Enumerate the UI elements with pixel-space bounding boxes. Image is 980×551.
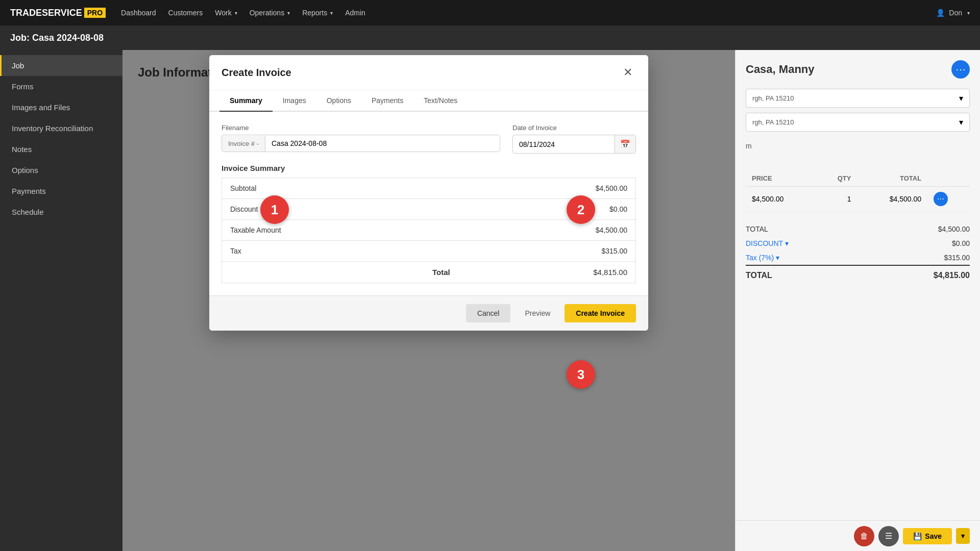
form-row-filename-date: Filename Invoice # - Date of Invoice 📅 (222, 124, 636, 154)
address-1-chevron: ▾ (959, 93, 963, 103)
total-value: $4,815.00 (458, 262, 636, 283)
right-panel: Casa, Manny ⋯ rgh, PA 15210 ▾ rgh, PA 15… (735, 50, 980, 551)
sidebar-item-forms[interactable]: Forms (0, 76, 122, 97)
totals-final-value: $4,815.00 (934, 271, 970, 280)
preview-button[interactable]: Preview (517, 304, 558, 322)
job-bar: Job: Casa 2024-08-08 (0, 26, 980, 50)
totals-discount-label: DISCOUNT ▾ (746, 239, 789, 247)
brand-logo[interactable]: TRADE SERVICE PRO (10, 8, 106, 18)
nav-reports[interactable]: Reports ▾ (302, 9, 333, 17)
nav-links: Dashboard Customers Work ▾ Operations ▾ … (121, 9, 365, 17)
list-button[interactable]: ☰ (878, 526, 899, 546)
taxable-value: $4,500.00 (458, 220, 636, 241)
filename-group: Filename Invoice # - (222, 124, 500, 154)
sidebar-item-payments[interactable]: Payments (0, 181, 122, 202)
sidebar-item-job[interactable]: Job (0, 55, 122, 76)
tab-options[interactable]: Options (316, 90, 361, 112)
subtotal-label: Subtotal (222, 178, 458, 199)
calendar-button[interactable]: 📅 (615, 135, 635, 153)
modal-title: Create Invoice (222, 67, 291, 79)
totals-tax-value: $315.00 (944, 254, 970, 262)
modal-overlay[interactable]: 1 2 3 Create Invoice ✕ Summar (122, 50, 735, 551)
job-title: Job: Casa 2024-08-08 (10, 33, 104, 43)
delete-button[interactable]: 🗑 (854, 526, 874, 546)
modal-header: Create Invoice ✕ (209, 55, 648, 90)
date-input-wrap: 📅 (512, 135, 636, 154)
tab-text-notes[interactable]: Text/Notes (413, 90, 468, 112)
tab-summary[interactable]: Summary (219, 90, 273, 112)
content-area: Job Information 1 2 3 Create Invoice ✕ (122, 50, 735, 551)
nav-operations[interactable]: Operations ▾ (250, 9, 290, 17)
col-price-header: PRICE (746, 170, 816, 187)
line-price: $4,500.00 (746, 187, 816, 212)
discount-value: $0.00 (458, 199, 636, 220)
operations-dropdown-arrow: ▾ (287, 10, 290, 16)
nav-customers[interactable]: Customers (168, 9, 203, 17)
line-item-options-button[interactable]: ⋯ (934, 192, 948, 206)
totals-total-value: $4,500.00 (938, 225, 970, 233)
taxable-label: Taxable Amount (222, 220, 458, 241)
total-label: Total (222, 262, 458, 283)
brand-pro: PRO (84, 8, 106, 18)
totals-row-total: TOTAL $4,500.00 (746, 222, 970, 236)
line-items-table: PRICE QTY TOTAL $4,500.00 1 $4,500.00 ⋯ (746, 170, 970, 212)
tax-value: $315.00 (458, 241, 636, 262)
discount-dropdown-arrow[interactable]: ▾ (785, 239, 789, 247)
line-item-row: $4,500.00 1 $4,500.00 ⋯ (746, 187, 970, 212)
create-invoice-button[interactable]: Create Invoice (565, 304, 636, 322)
col-actions-header (927, 170, 970, 187)
date-group: Date of Invoice 📅 (512, 124, 636, 154)
section-label: m (746, 142, 970, 150)
save-dropdown-button[interactable]: ▾ (956, 528, 970, 544)
save-dropdown-arrow: ▾ (961, 532, 965, 540)
summary-row-taxable: Taxable Amount $4,500.00 (222, 220, 636, 241)
col-qty-header: QTY (816, 170, 857, 187)
totals-row-tax: Tax (7%) ▾ $315.00 (746, 251, 970, 265)
nav-admin[interactable]: Admin (345, 9, 365, 17)
summary-row-tax: Tax $315.00 (222, 241, 636, 262)
address-2-text: rgh, PA 15210 (752, 118, 794, 126)
line-qty: 1 (816, 187, 857, 212)
discount-label: Discount (222, 199, 458, 220)
save-button[interactable]: 💾 Save (903, 528, 952, 544)
reports-dropdown-arrow: ▾ (330, 10, 333, 16)
sidebar-item-images-files[interactable]: Images and Files (0, 97, 122, 118)
sidebar-item-schedule[interactable]: Schedule (0, 202, 122, 222)
sidebar-item-inventory-reconciliation[interactable]: Inventory Reconciliation (0, 118, 122, 139)
line-actions[interactable]: ⋯ (927, 187, 970, 212)
sidebar-item-options[interactable]: Options (0, 160, 122, 181)
totals-row-final: TOTAL $4,815.00 (746, 265, 970, 283)
filename-label: Filename (222, 124, 500, 132)
address-dropdown-2[interactable]: rgh, PA 15210 ▾ (746, 113, 970, 132)
nav-dashboard[interactable]: Dashboard (121, 9, 156, 17)
step-badge-1: 1 (260, 195, 289, 224)
subtotal-value: $4,500.00 (458, 178, 636, 199)
summary-row-total: Total $4,815.00 (222, 262, 636, 283)
filename-input[interactable] (265, 135, 500, 152)
user-icon: 👤 (936, 9, 945, 17)
modal-tabs: Summary Images Options Payments Text/Not… (209, 90, 648, 112)
tab-images[interactable]: Images (273, 90, 316, 112)
summary-row-subtotal: Subtotal $4,500.00 (222, 178, 636, 199)
brand-service: SERVICE (42, 8, 82, 18)
totals-row-discount: DISCOUNT ▾ $0.00 (746, 236, 970, 251)
sidebar-item-notes[interactable]: Notes (0, 139, 122, 160)
tab-payments[interactable]: Payments (361, 90, 413, 112)
user-menu[interactable]: 👤 Don ▾ (936, 9, 970, 17)
user-dropdown-arrow: ▾ (967, 10, 970, 16)
totals-discount-value: $0.00 (952, 239, 970, 247)
sidebar: Job Forms Images and Files Inventory Rec… (0, 50, 122, 551)
cancel-button[interactable]: Cancel (466, 304, 511, 322)
modal-close-button[interactable]: ✕ (620, 64, 636, 81)
date-input[interactable] (513, 136, 615, 153)
tax-dropdown-arrow[interactable]: ▾ (776, 254, 779, 262)
tax-label: Tax (222, 241, 458, 262)
address-dropdown-1[interactable]: rgh, PA 15210 ▾ (746, 89, 970, 108)
col-total-header: TOTAL (857, 170, 927, 187)
invoice-summary-section: Invoice Summary Subtotal $4,500.00 Disco… (222, 164, 636, 283)
brand-trade: TRADE (10, 8, 42, 18)
totals-section: TOTAL $4,500.00 DISCOUNT ▾ $0.00 Tax (7%… (746, 222, 970, 283)
totals-tax-label: Tax (7%) ▾ (746, 254, 779, 262)
nav-work[interactable]: Work ▾ (215, 9, 237, 17)
customer-options-button[interactable]: ⋯ (951, 60, 970, 79)
